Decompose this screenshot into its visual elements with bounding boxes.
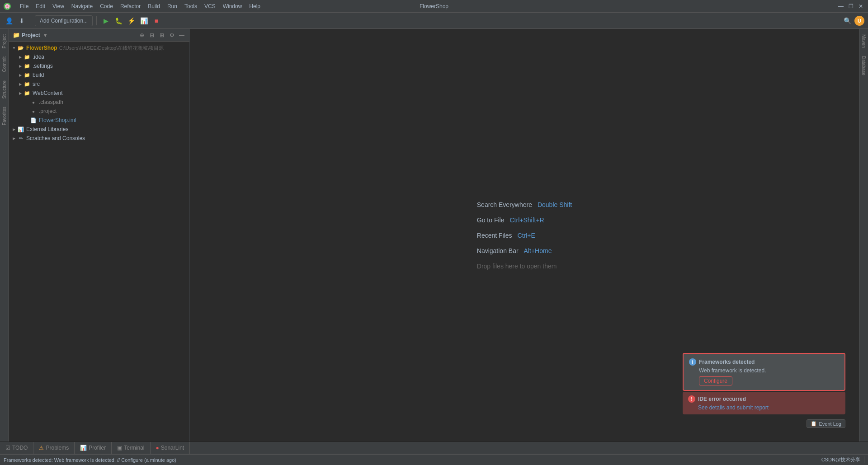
- right-tab-maven[interactable]: Maven: [860, 31, 867, 52]
- tree-item-webcontent[interactable]: ▶ 📁 WebContent: [9, 89, 189, 98]
- bottom-tab-sonarlint[interactable]: ● SonarLint: [151, 442, 190, 454]
- notif-info-icon: i: [689, 358, 696, 366]
- sidebar-tab-structure[interactable]: Structure: [1, 77, 8, 103]
- build-arrow: ▶: [17, 72, 24, 78]
- ext-libs-label: External Libraries: [26, 126, 68, 132]
- tree-item-dotproject[interactable]: ▶ ● .project: [9, 107, 189, 116]
- classpath-icon: ●: [30, 99, 37, 106]
- project-panel-header: 📁 Project ▼ ⊕ ⊟ ⊞ ⚙ —: [9, 29, 189, 42]
- sonarlint-label: SonarLint: [161, 445, 184, 451]
- src-folder-icon: 📁: [24, 80, 31, 88]
- tree-item-ext-libs[interactable]: ▶ 📊 External Libraries: [9, 125, 189, 134]
- event-log-button[interactable]: 📋 Event Log: [807, 419, 845, 428]
- hint-search-everywhere: Search Everywhere Double Shift: [477, 201, 572, 208]
- iml-label: FlowerShop.iml: [39, 117, 76, 123]
- menu-navigate[interactable]: Navigate: [68, 1, 96, 11]
- menu-run[interactable]: Run: [164, 1, 181, 11]
- collapse-all-button[interactable]: ⊟: [148, 31, 156, 39]
- sidebar-tab-project[interactable]: Project: [1, 31, 8, 52]
- toolbar: 👤 ⬇ Add Configuration... ▶ 🐛 ⚡ 📊 ■ 🔍 U: [0, 13, 868, 29]
- panel-settings-button[interactable]: ⚙: [168, 31, 176, 39]
- right-sidebar-tabs: Maven Database: [859, 29, 868, 442]
- configure-button[interactable]: Configure: [699, 376, 732, 385]
- expand-all-button[interactable]: ⊞: [158, 31, 166, 39]
- tree-root[interactable]: ▼ 📂 FlowerShop C:\Users\HASEE\Desktop\在线…: [9, 43, 189, 52]
- sonarlint-icon: ●: [156, 445, 159, 451]
- notif-frameworks-title: Frameworks detected: [699, 359, 755, 365]
- status-encoding[interactable]: CSDN@技术分享: [818, 456, 864, 463]
- stop-button[interactable]: ■: [151, 15, 162, 26]
- root-folder-icon: 📂: [17, 44, 24, 52]
- minimize-button[interactable]: —: [837, 3, 844, 10]
- tree-item-idea[interactable]: ▶ 📁 .idea: [9, 52, 189, 61]
- dotproject-icon: ●: [30, 108, 37, 115]
- src-arrow: ▶: [17, 81, 24, 87]
- sidebar-tab-commit[interactable]: Commit: [1, 53, 8, 75]
- vcs-update-button[interactable]: ⬇: [16, 15, 27, 26]
- menu-window[interactable]: Window: [219, 1, 246, 11]
- notif-frameworks-header: i Frameworks detected: [689, 358, 839, 366]
- status-bar: Frameworks detected: Web framework is de…: [0, 454, 868, 465]
- folder-icon: 📁: [13, 32, 20, 38]
- bottom-tab-profiler[interactable]: 📊 Profiler: [75, 442, 112, 454]
- menu-edit[interactable]: Edit: [32, 1, 49, 11]
- tree-item-scratches[interactable]: ▶ ✏ Scratches and Consoles: [9, 134, 189, 143]
- tree-item-classpath[interactable]: ▶ ● .classpath: [9, 98, 189, 107]
- title-bar-left: 🌸 File Edit View Navigate Code Refactor …: [4, 1, 264, 11]
- idea-folder-icon: 📁: [24, 53, 31, 61]
- bottom-tab-terminal[interactable]: ▣ Terminal: [112, 442, 150, 454]
- settings-folder-icon: 📁: [24, 62, 31, 70]
- search-everywhere-button[interactable]: 🔍: [842, 15, 853, 26]
- right-tab-database[interactable]: Database: [860, 52, 867, 79]
- profile-button[interactable]: 📊: [138, 15, 149, 26]
- hint-recent-files: Recent Files Ctrl+E: [477, 232, 535, 239]
- menu-vcs[interactable]: VCS: [201, 1, 219, 11]
- tree-item-build[interactable]: ▶ 📁 build: [9, 70, 189, 80]
- menu-build[interactable]: Build: [144, 1, 164, 11]
- tree-item-src[interactable]: ▶ 📁 src: [9, 80, 189, 89]
- menu-help[interactable]: Help: [245, 1, 264, 11]
- menu-refactor[interactable]: Refactor: [117, 1, 144, 11]
- hint-drop-text: Drop files here to open them: [477, 263, 557, 270]
- webcontent-label: WebContent: [33, 90, 63, 96]
- close-button[interactable]: ✕: [857, 3, 864, 10]
- title-bar: 🌸 File Edit View Navigate Code Refactor …: [0, 0, 868, 13]
- see-details-link[interactable]: See details and submit report: [698, 404, 840, 411]
- tree-root-path: C:\Users\HASEE\Desktop\在线鲜花商城\项目源: [59, 45, 164, 52]
- account-button[interactable]: 👤: [4, 15, 14, 26]
- event-log-label: Event Log: [819, 421, 841, 427]
- menu-view[interactable]: View: [49, 1, 68, 11]
- tree-item-settings[interactable]: ▶ 📁 .settings: [9, 61, 189, 70]
- tree-item-iml[interactable]: ▶ 📄 FlowerShop.iml: [9, 116, 189, 125]
- classpath-label: .classpath: [39, 99, 63, 105]
- menu-file[interactable]: File: [16, 1, 32, 11]
- locate-file-button[interactable]: ⊕: [138, 31, 146, 39]
- editor-area: Search Everywhere Double Shift Go to Fil…: [190, 29, 859, 442]
- terminal-label: Terminal: [124, 445, 144, 451]
- coverage-button[interactable]: ⚡: [126, 15, 137, 26]
- hint-shortcut-search: Double Shift: [538, 201, 572, 208]
- status-message: Frameworks detected: Web framework is de…: [4, 457, 176, 463]
- menu-tools[interactable]: Tools: [181, 1, 201, 11]
- hint-drop: Drop files here to open them: [477, 263, 557, 270]
- menu-code[interactable]: Code: [96, 1, 117, 11]
- maximize-button[interactable]: ❐: [847, 3, 854, 10]
- add-configuration-button[interactable]: Add Configuration...: [35, 15, 93, 26]
- debug-button[interactable]: 🐛: [113, 15, 124, 26]
- todo-label: TODO: [12, 445, 28, 451]
- idea-arrow: ▶: [17, 54, 24, 60]
- user-avatar[interactable]: U: [854, 16, 864, 26]
- iml-icon: 📄: [30, 117, 37, 124]
- notification-frameworks: i Frameworks detected Web framework is d…: [683, 353, 845, 391]
- hint-action-search: Search Everywhere: [477, 201, 532, 208]
- sidebar-tab-favorites[interactable]: Favorites: [1, 103, 8, 129]
- idea-label: .idea: [33, 54, 44, 60]
- settings-arrow: ▶: [17, 63, 24, 69]
- left-sidebar-tabs: Project Commit Structure Favorites: [0, 29, 9, 442]
- run-button[interactable]: ▶: [100, 15, 111, 26]
- bottom-tab-problems[interactable]: ⚠ Problems: [33, 442, 75, 454]
- panel-close-button[interactable]: —: [178, 31, 186, 39]
- settings-label: .settings: [33, 63, 53, 69]
- profiler-icon: 📊: [80, 445, 87, 451]
- bottom-tab-todo[interactable]: ☑ TODO: [0, 442, 33, 454]
